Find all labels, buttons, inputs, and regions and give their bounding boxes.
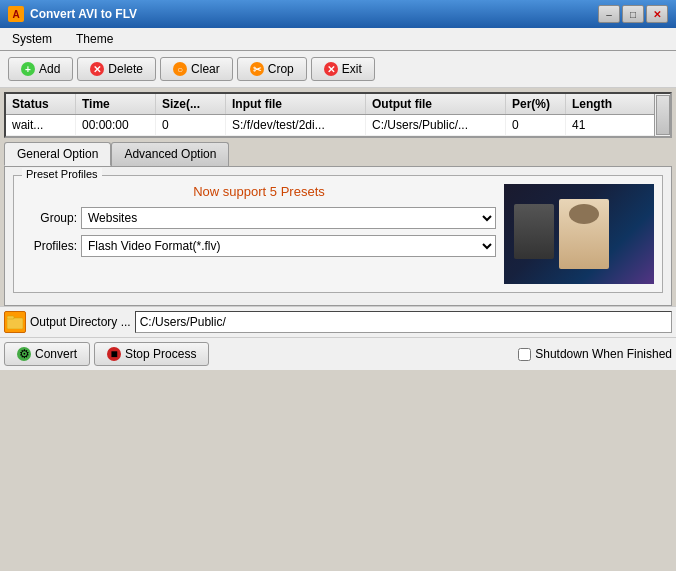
profiles-field-row: Profiles: Flash Video Format(*.flv) — [22, 235, 496, 257]
convert-label: Convert — [35, 347, 77, 361]
table-scrollbar[interactable] — [654, 94, 670, 136]
output-directory-bar: Output Directory ... C:/Users/Public/ — [0, 306, 676, 337]
tab-content-general: Preset Profiles Now support 5 Presets Gr… — [4, 166, 672, 306]
preset-legend: Preset Profiles — [22, 168, 102, 180]
svg-rect-1 — [7, 316, 14, 319]
group-field-row: Group: Websites — [22, 207, 496, 229]
add-icon: + — [21, 62, 35, 76]
cell-input: S:/f/dev/test/2di... — [226, 115, 366, 135]
table-header: Status Time Size(... Input file Output f… — [6, 94, 670, 115]
stop-icon: ■ — [107, 347, 121, 361]
add-label: Add — [39, 62, 60, 76]
convert-icon: ⚙ — [17, 347, 31, 361]
preset-inner: Now support 5 Presets Group: Websites Pr… — [22, 184, 654, 284]
cell-time: 00:00:00 — [76, 115, 156, 135]
clear-icon: ○ — [173, 62, 187, 76]
crop-label: Crop — [268, 62, 294, 76]
shutdown-label: Shutdown When Finished — [535, 347, 672, 361]
col-status: Status — [6, 94, 76, 114]
shutdown-checkbox[interactable] — [518, 348, 531, 361]
delete-icon: ✕ — [90, 62, 104, 76]
close-button[interactable]: ✕ — [646, 5, 668, 23]
crop-icon: ✂ — [250, 62, 264, 76]
crop-button[interactable]: ✂ Crop — [237, 57, 307, 81]
scrollbar-thumb[interactable] — [656, 95, 670, 135]
cell-per: 0 — [506, 115, 566, 135]
file-table: Status Time Size(... Input file Output f… — [4, 92, 672, 138]
preset-support-text: Now support 5 Presets — [22, 184, 496, 199]
tab-advanced[interactable]: Advanced Option — [111, 142, 229, 166]
profiles-label: Profiles: — [22, 239, 77, 253]
app-icon: A — [8, 6, 24, 22]
col-per: Per(%) — [506, 94, 566, 114]
table-row[interactable]: wait... 00:00:00 0 S:/f/dev/test/2di... … — [6, 115, 670, 136]
menu-theme[interactable]: Theme — [68, 30, 121, 48]
clear-label: Clear — [191, 62, 220, 76]
delete-label: Delete — [108, 62, 143, 76]
tab-list: General Option Advanced Option — [4, 142, 672, 166]
tab-general[interactable]: General Option — [4, 142, 111, 166]
clear-button[interactable]: ○ Clear — [160, 57, 233, 81]
svg-rect-0 — [7, 318, 23, 329]
options-tabs: General Option Advanced Option Preset Pr… — [0, 138, 676, 306]
output-path-display[interactable]: C:/Users/Public/ — [135, 311, 672, 333]
stop-process-button[interactable]: ■ Stop Process — [94, 342, 209, 366]
profiles-select[interactable]: Flash Video Format(*.flv) — [81, 235, 496, 257]
col-time: Time — [76, 94, 156, 114]
folder-icon — [4, 311, 26, 333]
exit-icon: ✕ — [324, 62, 338, 76]
stop-process-label: Stop Process — [125, 347, 196, 361]
add-button[interactable]: + Add — [8, 57, 73, 81]
group-select[interactable]: Websites — [81, 207, 496, 229]
preview-inner — [504, 184, 654, 284]
menu-system[interactable]: System — [4, 30, 60, 48]
minimize-button[interactable]: – — [598, 5, 620, 23]
window-title: Convert AVI to FLV — [30, 7, 598, 21]
maximize-button[interactable]: □ — [622, 5, 644, 23]
preset-profiles-group: Preset Profiles Now support 5 Presets Gr… — [13, 175, 663, 293]
shutdown-option: Shutdown When Finished — [518, 347, 672, 361]
cell-output: C:/Users/Public/... — [366, 115, 506, 135]
preview-image — [504, 184, 654, 284]
output-directory-label[interactable]: Output Directory ... — [30, 315, 131, 329]
delete-button[interactable]: ✕ Delete — [77, 57, 156, 81]
col-size: Size(... — [156, 94, 226, 114]
window-controls: – □ ✕ — [598, 5, 668, 23]
video-figure — [559, 199, 609, 269]
cell-size: 0 — [156, 115, 226, 135]
col-output: Output file — [366, 94, 506, 114]
col-input: Input file — [226, 94, 366, 114]
video-bg-figure — [514, 204, 554, 259]
title-bar: A Convert AVI to FLV – □ ✕ — [0, 0, 676, 28]
exit-label: Exit — [342, 62, 362, 76]
bottom-bar: ⚙ Convert ■ Stop Process Shutdown When F… — [0, 337, 676, 370]
menu-bar: System Theme — [0, 28, 676, 51]
toolbar: + Add ✕ Delete ○ Clear ✂ Crop ✕ Exit — [0, 51, 676, 88]
convert-button[interactable]: ⚙ Convert — [4, 342, 90, 366]
group-label: Group: — [22, 211, 77, 225]
preset-form: Now support 5 Presets Group: Websites Pr… — [22, 184, 496, 284]
exit-button[interactable]: ✕ Exit — [311, 57, 375, 81]
cell-status: wait... — [6, 115, 76, 135]
